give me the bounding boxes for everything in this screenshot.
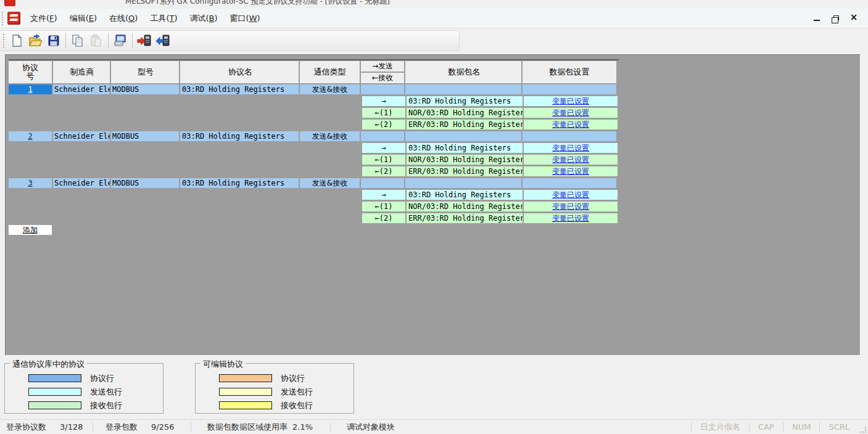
menubar-grip[interactable] [1,12,4,25]
variables-set-link[interactable]: 变量已设置 [552,190,589,200]
title-bar: MELSOFT系列 GX Configurator-SC 预定义协议支持功能 -… [0,0,868,9]
status-debug-target-module: 调试对象模块 [331,420,417,434]
editable-protocol-legend: 可编辑协议 协议行 发送包行 接收包行 [195,363,354,414]
new-file-button[interactable] [8,32,25,49]
menu-online[interactable]: 在线(O) [103,10,144,27]
protocol-name-cell: 03:RD Holding Registers [180,131,299,141]
protocol-no-cell[interactable]: 3 [9,178,52,188]
packet-setting-cell[interactable]: 变量已设置 [524,213,618,223]
comm-type-cell: 发送&接收 [300,178,360,188]
minimize-button[interactable] [810,12,824,23]
add-protocol-button[interactable]: 添加 [9,225,52,235]
menu-edit[interactable]: 编辑(E) [64,10,103,27]
save-button[interactable] [45,32,62,49]
receive-packet-row-2: ←(2) ERR/03:RD Holding Registers 变量已设置 [9,120,619,129]
open-file-button[interactable] [27,32,44,49]
menu-tools[interactable]: 工具(T) [144,10,183,27]
protocol-no-link[interactable]: 1 [28,85,32,94]
comm-type-cell: 发送&接收 [300,131,360,141]
mdi-window-controls: × [810,12,861,25]
receive-packet-row-swatch [219,401,272,409]
restore-button[interactable] [829,12,842,23]
packet-direction-cell: ←(2) [362,213,405,223]
manufacturer-cell: Schneider Electric [53,131,110,141]
variables-set-link[interactable]: 变量已设置 [552,120,589,129]
open-folder-icon [28,34,42,47]
header-receive: ←接收 [361,73,404,83]
packet-name-cell: ERR/03:RD Holding Registers [407,213,523,223]
status-protocol-count: 登录协议数 3/128 [0,420,93,434]
copy-button[interactable] [69,32,86,49]
app-icon[interactable] [7,12,20,25]
print-button[interactable] [112,32,129,49]
library-protocol-legend: 通信协议库中的协议 协议行 发送包行 接收包行 [4,363,163,414]
packet-setting-cell[interactable]: 变量已设置 [524,108,618,118]
menu-window[interactable]: 窗口(W) [224,10,267,27]
header-model: 型号 [111,61,179,83]
app-icon [4,0,15,6]
packet-setting-cell[interactable]: 变量已设置 [524,166,618,176]
direction-cell-blank [361,84,404,94]
status-katakana-indicator: 日文片假名 [692,422,749,433]
packet-name-cell: NOR/03:RD Holding Registers [407,155,523,165]
header-send: →发送 [361,61,404,72]
variables-set-link[interactable]: 变量已设置 [552,96,589,106]
manufacturer-cell: Schneider Electric [53,178,110,188]
manufacturer-cell: Schneider Electric [53,84,110,94]
swatch-label: 协议行 [90,373,114,384]
legend-panel: 通信协议库中的协议 协议行 发送包行 接收包行 可编辑协议 协议行 发送包行 接… [0,356,868,419]
variables-set-link[interactable]: 变量已设置 [552,202,589,211]
variables-set-link[interactable]: 变量已设置 [552,108,589,118]
status-data-area-usage: 数据包数据区域使用率 2.1% [191,420,330,434]
packet-setting-cell[interactable]: 变量已设置 [524,96,618,106]
receive-packet-row-1: ←(1) NOR/03:RD Holding Registers 变量已设置 [9,155,619,165]
variables-set-link[interactable]: 变量已设置 [552,166,589,176]
close-button[interactable]: × [847,12,861,23]
packet-setting-cell-blank [523,131,616,141]
header-comm-type: 通信类型 [300,61,360,83]
status-bar: 登录协议数 3/128 登录包数 9/256 数据包数据区域使用率 2.1% 调… [0,419,868,434]
variables-set-link[interactable]: 变量已设置 [552,143,589,153]
read-from-module-icon [155,34,170,47]
packet-direction-cell: ←(2) [362,120,405,129]
protocol-row: 3 Schneider Electric MODBUS 03:RD Holdin… [9,178,619,188]
variables-set-link[interactable]: 变量已设置 [552,213,589,223]
protocol-no-cell[interactable]: 2 [9,131,52,141]
direction-cell-blank [361,131,404,141]
protocol-no-cell[interactable]: 1 [9,84,52,94]
protocol-no-link[interactable]: 3 [28,179,32,187]
read-from-module-button[interactable] [154,32,172,49]
paste-icon [89,34,103,47]
packet-name-cell: 03:RD Holding Registers [407,96,523,106]
save-icon [47,34,60,47]
menu-bar: 文件(F) 编辑(E) 在线(O) 工具(T) 调试(B) 窗口(W) × [0,9,868,28]
send-packet-row: → 03:RD Holding Registers 变量已设置 [9,190,619,200]
packet-setting-cell[interactable]: 变量已设置 [524,202,618,211]
menu-file[interactable]: 文件(F) [24,10,64,27]
window-title: MELSOFT系列 GX Configurator-SC 预定义协议支持功能 -… [125,0,390,7]
resize-grip[interactable] [858,425,867,433]
packet-setting-cell[interactable]: 变量已设置 [524,120,618,129]
packet-setting-cell[interactable]: 变量已设置 [524,190,618,200]
editable-legend-title: 可编辑协议 [200,359,246,370]
write-to-module-button[interactable] [136,32,153,49]
packet-setting-cell-blank [523,178,616,188]
protocol-row-swatch [219,374,272,382]
protocol-name-cell: 03:RD Holding Registers [180,178,299,188]
header-protocol-no: 协议号 [9,61,52,83]
menu-debug[interactable]: 调试(B) [184,10,224,27]
library-legend-title: 通信协议库中的协议 [10,359,87,370]
toolbar-grip[interactable] [2,34,6,47]
protocol-group: 1 Schneider Electric MODBUS 03:RD Holdin… [9,84,619,129]
paste-button[interactable] [88,32,105,49]
packet-name-cell: NOR/03:RD Holding Registers [407,202,523,211]
variables-set-link[interactable]: 变量已设置 [552,155,589,165]
protocol-no-link[interactable]: 2 [28,132,32,141]
packet-name-cell: ERR/03:RD Holding Registers [407,120,523,129]
add-protocol-link[interactable]: 添加 [23,225,38,235]
status-num-indicator: NUM [783,422,819,432]
packet-setting-cell[interactable]: 变量已设置 [524,155,618,165]
packet-setting-cell[interactable]: 变量已设置 [524,143,618,153]
comm-type-cell: 发送&接收 [300,84,360,94]
swatch-label: 协议行 [281,373,305,384]
